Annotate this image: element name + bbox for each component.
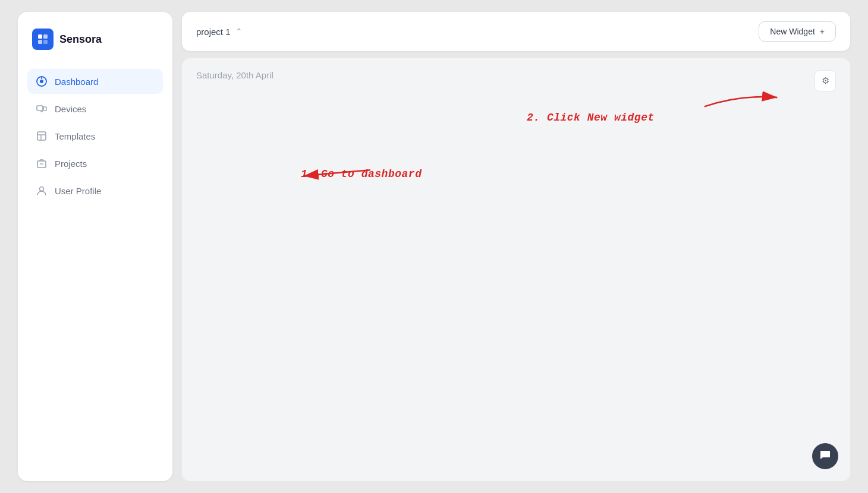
sidebar-item-templates-label: Templates [55, 131, 95, 141]
svg-rect-8 [43, 107, 46, 110]
sidebar-item-templates[interactable]: Templates [27, 124, 163, 148]
sidebar: Sensora Sensora [18, 12, 172, 481]
templates-icon [36, 130, 48, 142]
svg-rect-10 [37, 132, 46, 140]
chevron-down-icon: ⌃ [235, 27, 243, 36]
dashboard-date: Saturday, 20th April [196, 70, 273, 80]
sidebar-item-devices[interactable]: Devices [27, 96, 163, 121]
svg-rect-7 [37, 106, 43, 110]
annotation-step2: 2. Click New widget [527, 112, 655, 124]
project-name: project 1 [196, 27, 231, 37]
annotations-layer [182, 58, 850, 481]
dashboard-header: Saturday, 20th April ⚙ [196, 70, 836, 91]
logo-area: Sensora Sensora [27, 29, 163, 50]
annotation-step1: 1. Go to dashboard [301, 168, 422, 180]
nav-menu: Dashboard Devices [27, 69, 163, 203]
top-bar: project 1 ⌃ New Widget + [182, 12, 850, 51]
dashboard-icon [36, 75, 48, 87]
sidebar-item-projects[interactable]: Projects [27, 151, 163, 176]
sidebar-item-dashboard-label: Dashboard [55, 77, 98, 87]
sidebar-item-user-profile[interactable]: User Profile [27, 178, 163, 203]
gear-icon: ⚙ [822, 75, 829, 86]
svg-rect-3 [43, 40, 48, 44]
settings-button[interactable]: ⚙ [814, 70, 836, 91]
svg-rect-2 [38, 40, 42, 44]
sidebar-item-user-profile-label: User Profile [55, 186, 101, 196]
sensora-logo-icon: Sensora [32, 29, 54, 50]
new-widget-label: New Widget [770, 27, 814, 36]
svg-rect-0 [38, 34, 42, 39]
svg-point-5 [40, 80, 43, 83]
sidebar-item-dashboard[interactable]: Dashboard [27, 69, 163, 94]
sidebar-item-devices-label: Devices [55, 104, 86, 114]
sidebar-item-projects-label: Projects [55, 159, 87, 169]
main-content: project 1 ⌃ New Widget + Saturday, 20th … [182, 12, 850, 481]
dashboard-area: Saturday, 20th April ⚙ [182, 58, 850, 481]
chat-icon [819, 449, 831, 464]
svg-point-15 [40, 187, 44, 191]
devices-icon [36, 103, 48, 115]
chat-button[interactable] [812, 443, 838, 469]
new-widget-button[interactable]: New Widget + [759, 21, 836, 42]
app-name: Sensora [59, 33, 102, 46]
project-selector[interactable]: project 1 ⌃ [196, 27, 243, 37]
svg-rect-1 [43, 34, 48, 39]
plus-icon: + [820, 27, 825, 36]
user-icon [36, 185, 48, 197]
projects-icon [36, 157, 48, 169]
